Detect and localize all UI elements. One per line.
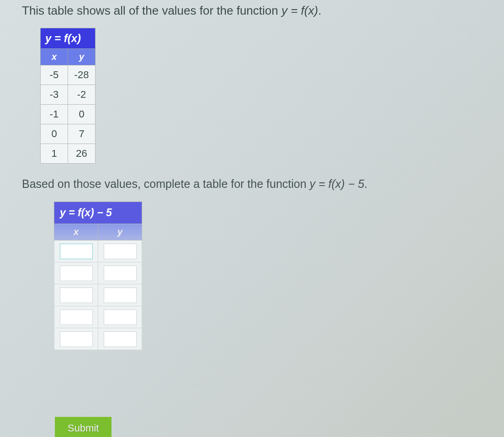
table-2-title: y = f(x) − 5: [54, 202, 142, 224]
cell-x: -1: [41, 105, 68, 124]
prompt-1: This table shows all of the values for t…: [22, 4, 504, 18]
cell-x: [54, 240, 98, 262]
table-row: [54, 306, 142, 328]
cell-x: [54, 284, 98, 306]
cell-y: [98, 240, 142, 262]
prompt-2-pre: Based on those values, complete a table …: [22, 177, 310, 190]
table-1-col-x: x: [41, 49, 68, 65]
table-row: [54, 284, 142, 306]
cell-y: 0: [68, 105, 95, 124]
cell-y: -28: [68, 65, 95, 85]
cell-y: -2: [68, 85, 95, 105]
table-row: -3-2: [41, 85, 95, 105]
table-2-col-x: x: [54, 224, 98, 240]
table-row: -5-28: [41, 65, 95, 85]
cell-x: [54, 328, 98, 350]
cell-x: -3: [41, 85, 68, 105]
table-row: 07: [41, 124, 95, 144]
prompt-1-eq: y = f(x): [281, 4, 318, 17]
y-input[interactable]: [104, 331, 137, 347]
cell-y: [98, 262, 142, 284]
table-row: [54, 240, 142, 262]
cell-x: [54, 306, 98, 328]
cell-y: 26: [68, 144, 95, 164]
y-input[interactable]: [104, 309, 137, 325]
table-row: -10: [41, 105, 95, 124]
y-input[interactable]: [104, 288, 137, 303]
prompt-2-eq: y = f(x) − 5: [310, 177, 364, 190]
table-row: [54, 262, 142, 284]
prompt-2-post: .: [364, 177, 367, 190]
table-1-col-y: y: [68, 49, 95, 65]
cell-x: 1: [41, 144, 68, 164]
table-2-col-y: y: [98, 224, 142, 240]
cell-y: [98, 328, 142, 350]
x-input[interactable]: [60, 288, 93, 303]
table-row: [54, 328, 142, 350]
table-row: 126: [41, 144, 95, 164]
table-1-wrap: y = f(x) x y -5-28 -3-2 -10 07 126: [40, 28, 504, 164]
y-input[interactable]: [104, 266, 137, 281]
cell-y: 7: [68, 124, 95, 144]
function-table-1: y = f(x) x y -5-28 -3-2 -10 07 126: [40, 28, 95, 164]
y-input[interactable]: [104, 244, 137, 259]
cell-x: -5: [41, 65, 68, 85]
submit-button[interactable]: Submit: [55, 417, 111, 437]
table-2-wrap: y = f(x) − 5 x y: [54, 202, 504, 350]
function-table-2: y = f(x) − 5 x y: [54, 202, 142, 350]
x-input[interactable]: [60, 244, 93, 259]
table-1-title: y = f(x): [41, 28, 95, 49]
prompt-2: Based on those values, complete a table …: [22, 177, 504, 191]
x-input[interactable]: [60, 309, 93, 325]
cell-y: [98, 306, 142, 328]
prompt-1-post: .: [318, 4, 321, 17]
x-input[interactable]: [60, 331, 93, 347]
cell-x: 0: [41, 124, 68, 144]
x-input[interactable]: [60, 266, 93, 281]
cell-x: [54, 262, 98, 284]
cell-y: [98, 284, 142, 306]
prompt-1-pre: This table shows all of the values for t…: [22, 4, 281, 17]
